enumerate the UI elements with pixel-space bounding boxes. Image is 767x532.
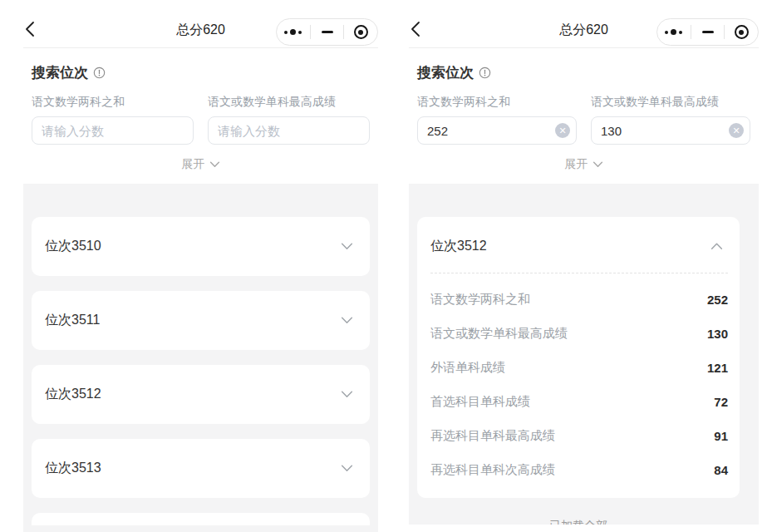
chevron-up-icon xyxy=(710,243,723,250)
minimize-icon xyxy=(322,31,333,33)
rank-list: 位次3510 位次3511 位次3512 位次3513 xyxy=(23,184,378,532)
chevron-down-icon xyxy=(341,391,353,398)
score-row: 再选科目单科最高成绩 91 xyxy=(430,428,728,444)
score-sum-input[interactable] xyxy=(417,116,577,145)
score-row-label: 语文数学两科之和 xyxy=(430,292,530,308)
rank-card-3512[interactable]: 位次3512 xyxy=(32,365,370,424)
score-row-label: 再选科目单科次高成绩 xyxy=(430,462,555,478)
capsule-controls xyxy=(656,18,759,46)
rank-card-3511[interactable]: 位次3511 xyxy=(32,291,370,350)
rank-card-title: 位次3512 xyxy=(430,238,487,255)
minimize-button[interactable] xyxy=(311,19,344,45)
score-row: 再选科目单科次高成绩 84 xyxy=(430,462,728,478)
score-row-value: 91 xyxy=(714,429,728,443)
field-sum-of-two: 语文数学两科之和 xyxy=(32,95,194,145)
chevron-down-icon xyxy=(341,465,353,472)
score-sum-input[interactable] xyxy=(32,116,194,145)
rank-card-title: 位次3510 xyxy=(45,238,101,255)
search-title-text: 搜索位次 xyxy=(32,63,88,82)
chevron-down-icon xyxy=(592,161,603,168)
capsule-controls xyxy=(276,18,378,46)
score-row-label: 语文或数学单科最高成绩 xyxy=(430,326,568,342)
field-label: 语文数学两科之和 xyxy=(32,95,194,110)
panel-expanded-result: 总分620 搜索位次 xyxy=(409,0,759,532)
loaded-all-label: - 已加载全部 - xyxy=(417,519,740,525)
info-icon[interactable] xyxy=(93,66,106,79)
more-menu-button[interactable] xyxy=(657,19,691,45)
two-screenshot-stage: 总分620 搜索位次 xyxy=(0,0,767,532)
more-dots-icon xyxy=(284,29,302,35)
search-fields: 语文数学两科之和 ✕ 语文或数学单科最高成绩 ✕ xyxy=(417,95,750,145)
score-row: 语文数学两科之和 252 xyxy=(430,292,728,308)
rank-result: 位次3512 语文数学两科之和 252 语文或数学单科最高成绩 130 xyxy=(409,184,759,525)
score-row: 首选科目单科成绩 72 xyxy=(430,394,728,410)
search-section-title: 搜索位次 xyxy=(417,63,750,82)
search-title-text: 搜索位次 xyxy=(417,63,474,82)
expanded-card-header[interactable]: 位次3512 xyxy=(430,238,728,255)
minimize-button[interactable] xyxy=(691,19,725,45)
chevron-down-icon xyxy=(341,243,353,250)
rank-card-title: 位次3513 xyxy=(45,460,101,477)
search-section: 搜索位次 语文数学两科之和 ✕ 语文或数学单科最高成绩 xyxy=(409,48,759,184)
score-rows: 语文数学两科之和 252 语文或数学单科最高成绩 130 外语单科成绩 121 … xyxy=(430,292,728,478)
chevron-down-icon xyxy=(341,317,353,324)
search-section: 搜索位次 语文数学两科之和 语文或数学单科最高成绩 xyxy=(23,48,378,184)
score-max-input[interactable] xyxy=(591,116,750,145)
field-sum-of-two: 语文数学两科之和 ✕ xyxy=(417,95,577,145)
field-max-single: 语文或数学单科最高成绩 ✕ xyxy=(591,95,750,145)
field-label: 语文数学两科之和 xyxy=(417,95,577,110)
field-label: 语文或数学单科最高成绩 xyxy=(591,95,750,110)
rank-card-expanded: 位次3512 语文数学两科之和 252 语文或数学单科最高成绩 130 xyxy=(417,217,740,498)
search-fields: 语文数学两科之和 语文或数学单科最高成绩 xyxy=(32,95,370,145)
close-circle-icon xyxy=(735,25,749,39)
chevron-down-icon xyxy=(209,161,220,168)
mini-program-header: 总分620 xyxy=(23,0,378,48)
more-menu-button[interactable] xyxy=(277,19,310,45)
score-row-value: 72 xyxy=(714,395,728,409)
score-max-input[interactable] xyxy=(208,116,370,145)
rank-card-partial[interactable] xyxy=(32,513,370,525)
rank-card-title: 位次3512 xyxy=(45,386,101,403)
clear-input-icon[interactable]: ✕ xyxy=(555,123,570,138)
expand-toggle[interactable]: 展开 xyxy=(32,157,370,172)
search-section-title: 搜索位次 xyxy=(32,63,370,82)
expand-label: 展开 xyxy=(182,157,205,172)
score-row-label: 外语单科成绩 xyxy=(430,360,505,376)
close-button[interactable] xyxy=(344,19,377,45)
score-row-value: 130 xyxy=(707,327,728,341)
expand-label: 展开 xyxy=(565,157,588,172)
field-max-single: 语文或数学单科最高成绩 xyxy=(208,95,370,145)
rank-card-title: 位次3511 xyxy=(45,312,100,329)
rank-card-3510[interactable]: 位次3510 xyxy=(32,217,370,276)
score-row: 外语单科成绩 121 xyxy=(430,360,728,376)
close-button[interactable] xyxy=(725,19,758,45)
score-row-value: 252 xyxy=(707,293,728,307)
dashed-divider xyxy=(430,273,728,273)
close-circle-icon xyxy=(354,25,368,39)
more-dots-icon xyxy=(665,29,682,35)
score-row-label: 首选科目单科成绩 xyxy=(430,394,530,410)
minimize-icon xyxy=(702,31,714,33)
rank-card-3513[interactable]: 位次3513 xyxy=(32,439,370,498)
score-row: 语文或数学单科最高成绩 130 xyxy=(430,326,728,342)
clear-input-icon[interactable]: ✕ xyxy=(729,123,744,138)
score-row-label: 再选科目单科最高成绩 xyxy=(430,428,555,444)
score-row-value: 84 xyxy=(714,463,728,477)
expand-toggle[interactable]: 展开 xyxy=(417,157,750,172)
mini-program-header: 总分620 xyxy=(409,0,759,48)
score-row-value: 121 xyxy=(707,361,728,375)
info-icon[interactable] xyxy=(479,66,491,79)
field-label: 语文或数学单科最高成绩 xyxy=(208,95,370,110)
panel-collapsed-list: 总分620 搜索位次 xyxy=(23,0,378,532)
